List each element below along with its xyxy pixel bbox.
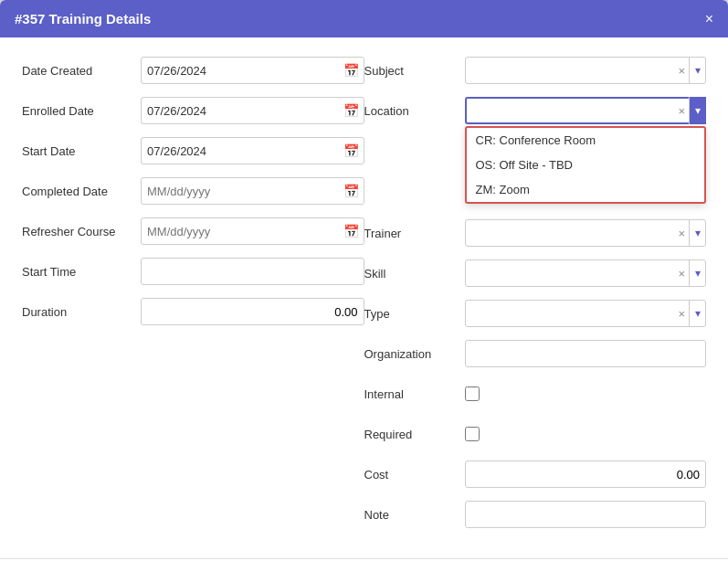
completed-date-input[interactable] <box>141 177 364 205</box>
internal-row: Internal <box>364 379 707 408</box>
cost-input[interactable] <box>465 460 707 488</box>
subject-clear-button[interactable]: × <box>674 64 689 78</box>
right-column: Subject × ▾ Location × <box>364 56 707 540</box>
trainer-dropdown-button[interactable]: ▾ <box>689 219 706 247</box>
start-date-wrapper: 📅 <box>141 137 364 164</box>
required-checkbox[interactable] <box>465 427 480 441</box>
location-option-os[interactable]: OS: Off Site - TBD <box>467 153 705 177</box>
type-clear-button[interactable]: × <box>674 307 689 321</box>
date-created-row: Date Created 📅 <box>22 56 364 85</box>
internal-checkbox[interactable] <box>465 386 480 401</box>
location-input[interactable] <box>465 97 707 124</box>
trainer-input[interactable] <box>465 219 707 247</box>
trainer-label: Trainer <box>364 227 465 240</box>
organization-input[interactable] <box>465 340 707 367</box>
location-select-wrapper: × ▾ CR: Conference Room OS: Off Site - T… <box>465 97 707 124</box>
left-column: Date Created 📅 Enrolled Date 📅 Start Dat… <box>22 56 364 540</box>
duration-row: Duration <box>22 297 364 326</box>
location-option-zm[interactable]: ZM: Zoom <box>467 177 705 202</box>
trainer-select-btns: × ▾ <box>674 219 706 247</box>
type-select-btns: × ▾ <box>674 300 706 327</box>
completed-date-row: Completed Date 📅 <box>22 176 364 206</box>
location-dropdown-button[interactable]: ▾ <box>689 97 706 124</box>
date-created-wrapper: 📅 <box>141 57 364 84</box>
subject-select-btns: × ▾ <box>674 57 706 84</box>
location-label: Location <box>364 104 465 118</box>
skill-clear-button[interactable]: × <box>674 267 689 280</box>
start-date-input[interactable] <box>141 137 364 164</box>
location-clear-button[interactable]: × <box>674 104 689 118</box>
subject-label: Subject <box>364 64 465 78</box>
start-date-row: Start Date 📅 <box>22 136 364 165</box>
skill-input[interactable] <box>465 259 707 287</box>
start-time-row: Start Time <box>22 257 364 286</box>
note-row: Note <box>364 500 707 529</box>
dialog-header: #357 Training Details × <box>0 0 728 37</box>
refresher-course-label: Refresher Course <box>22 225 141 238</box>
refresher-course-wrapper: 📅 <box>141 217 364 245</box>
type-input[interactable] <box>465 300 707 327</box>
location-option-cr[interactable]: CR: Conference Room <box>467 128 705 153</box>
form-grid: Date Created 📅 Enrolled Date 📅 Start Dat… <box>22 56 706 540</box>
start-time-input[interactable] <box>141 258 364 285</box>
organization-label: Organization <box>364 347 465 361</box>
start-date-label: Start Date <box>22 144 141 158</box>
skill-select-wrapper: × ▾ <box>465 259 707 287</box>
internal-label: Internal <box>364 387 465 401</box>
date-created-label: Date Created <box>22 64 141 78</box>
organization-row: Organization <box>364 339 707 368</box>
date-created-input[interactable] <box>141 57 364 84</box>
dialog-title: #357 Training Details <box>15 11 151 26</box>
trainer-select-wrapper: × ▾ <box>465 219 707 247</box>
type-select-wrapper: × ▾ <box>465 300 707 327</box>
enrolled-date-input[interactable] <box>141 97 364 124</box>
required-label: Required <box>364 428 465 441</box>
refresher-course-row: Refresher Course 📅 <box>22 217 364 246</box>
subject-dropdown-button[interactable]: ▾ <box>689 57 706 84</box>
location-select-btns: × ▾ <box>674 97 706 124</box>
cost-label: Cost <box>364 468 465 482</box>
close-button[interactable]: × <box>705 12 713 26</box>
subject-select-wrapper: × ▾ <box>465 57 707 84</box>
duration-label: Duration <box>22 305 141 319</box>
type-dropdown-button[interactable]: ▾ <box>689 300 706 327</box>
note-input[interactable] <box>465 501 707 528</box>
enrolled-date-label: Enrolled Date <box>22 104 141 118</box>
start-time-label: Start Time <box>22 265 141 279</box>
duration-input[interactable] <box>141 298 364 325</box>
skill-select-btns: × ▾ <box>674 259 706 287</box>
required-row: Required <box>364 419 707 449</box>
trainer-row: Trainer × ▾ <box>364 218 707 248</box>
cost-row: Cost <box>364 460 707 489</box>
dialog-body: Date Created 📅 Enrolled Date 📅 Start Dat… <box>0 37 728 558</box>
subject-input[interactable] <box>465 57 707 84</box>
enrolled-date-wrapper: 📅 <box>141 97 364 124</box>
training-details-dialog: #357 Training Details × Date Created 📅 E… <box>0 0 728 561</box>
location-row: Location × ▾ CR: Conference Room OS: Off… <box>364 96 707 125</box>
location-dropdown: CR: Conference Room OS: Off Site - TBD Z… <box>465 126 707 204</box>
completed-date-label: Completed Date <box>22 185 141 198</box>
skill-label: Skill <box>364 267 465 280</box>
trainer-clear-button[interactable]: × <box>674 227 689 240</box>
enrolled-date-row: Enrolled Date 📅 <box>22 96 364 125</box>
skill-row: Skill × ▾ <box>364 259 707 288</box>
refresher-course-input[interactable] <box>141 217 364 245</box>
type-row: Type × ▾ <box>364 299 707 328</box>
note-label: Note <box>364 508 465 522</box>
type-label: Type <box>364 307 465 321</box>
skill-dropdown-button[interactable]: ▾ <box>689 259 706 287</box>
subject-row: Subject × ▾ <box>364 56 707 85</box>
completed-date-wrapper: 📅 <box>141 177 364 205</box>
